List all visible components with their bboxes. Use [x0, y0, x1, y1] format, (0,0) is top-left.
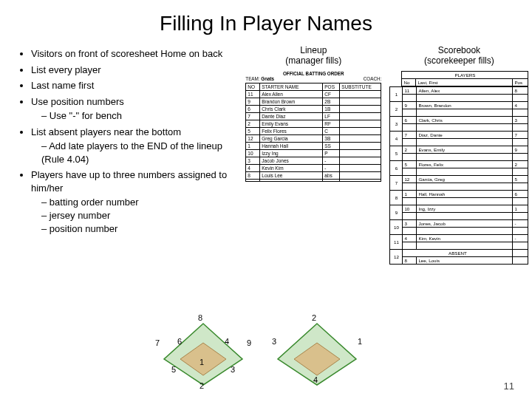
- pos-label: 4: [225, 337, 229, 346]
- table-row: 52Evans, Emily9: [390, 146, 528, 153]
- table-row: [390, 183, 528, 190]
- table-row: 10Izzy IngP: [246, 149, 381, 157]
- lineup-heading: Lineup: [300, 45, 327, 55]
- diamond-bases: 2 1 3 4: [269, 315, 365, 389]
- pos-label: 8: [198, 313, 202, 322]
- pos-label: 2: [200, 381, 204, 390]
- bullet: Players have up to three numbers assigne…: [31, 168, 236, 235]
- col-sub: SUBSTITUTE: [340, 83, 381, 90]
- table-row: 8Lee, Louis: [390, 256, 528, 264]
- scorebook-header: PLAYERS No Last, First Pos: [389, 71, 528, 86]
- lineup-subheading: (manager fills): [285, 55, 341, 66]
- bullet: Visitors on front of scoresheet Home on …: [31, 47, 236, 61]
- table-row: [390, 227, 528, 234]
- pos-label: 5: [171, 365, 176, 374]
- table-row: [390, 197, 528, 205]
- pos-label: 6: [177, 337, 182, 346]
- slide-title: Filling In Player Names: [0, 0, 532, 41]
- lineup-table: NO STARTER NAME POS SUBSTITUTE 11Alex Al…: [245, 83, 381, 182]
- table-row: [390, 242, 528, 249]
- bullet: Use position numbers Use "-" for bench: [31, 95, 236, 123]
- pos-label: 9: [247, 338, 251, 347]
- pos-label: 3: [231, 365, 235, 374]
- table-row: 2Emily EvansRF: [246, 120, 381, 127]
- table-row: 114Kim, Kevin-: [390, 234, 528, 242]
- table-row: 1Hannah HallSS: [246, 142, 381, 149]
- table-row: [390, 94, 528, 101]
- col-no: No: [402, 78, 416, 86]
- table-row: [390, 138, 528, 146]
- base-label: 1: [358, 337, 362, 346]
- table-row: [390, 109, 528, 116]
- table-row: 12Greg Garcia3B: [246, 134, 381, 142]
- bullet: Last name first: [31, 79, 236, 92]
- col-no: NO: [246, 83, 260, 90]
- scorebook-subheading: (scorekeeper fills): [424, 55, 494, 66]
- table-row: 36Clark, Chris3: [390, 116, 528, 123]
- table-row: 111Allen, Alex8: [390, 86, 528, 94]
- table-row: [390, 123, 528, 131]
- table-row: 712Garcia, Greg5: [390, 175, 528, 183]
- team-label: TEAM:: [245, 76, 259, 81]
- table-row: 81Hall, Hannah6: [390, 190, 528, 197]
- bullet: List every player: [31, 64, 236, 77]
- lineup-column: Lineup (manager fills) OFFICIAL BATTING …: [241, 44, 386, 265]
- lineup-title: OFFICIAL BATTING ORDER: [245, 71, 381, 76]
- pos-label: 7: [155, 338, 160, 347]
- base-label: 3: [272, 337, 276, 346]
- players-header: PLAYERS: [402, 71, 528, 78]
- diamond-positions: 7 8 9 6 4 5 3 1 2: [155, 315, 251, 389]
- table-row: 910Ing, Izzy1: [390, 205, 528, 212]
- sub-bullet: position number: [41, 222, 236, 236]
- col-pos: Pos: [513, 78, 528, 86]
- col-pos: POS: [323, 83, 340, 90]
- col-name: Last, First: [416, 78, 513, 86]
- table-row: 3Jacob Jones-: [246, 157, 381, 164]
- table-row: [390, 168, 528, 175]
- table-row: [390, 153, 528, 160]
- table-row: 12ABSENT: [390, 249, 528, 256]
- table-row: 5Felix FloresC: [246, 127, 381, 134]
- table-row: [390, 212, 528, 219]
- bullet: List absent players near the bottom Add …: [31, 126, 236, 166]
- table-row: 47Diaz, Dante7: [390, 131, 528, 138]
- table-row: 11Alex AllenCF: [246, 90, 381, 98]
- bullet-column: Visitors on front of scoresheet Home on …: [0, 44, 241, 265]
- table-row: 65Flores, Felix2: [390, 160, 528, 168]
- sub-bullet: batting order number: [41, 196, 236, 209]
- sub-bullet: Add late players to the END of the lineu…: [41, 140, 236, 166]
- pos-label: 1: [200, 358, 204, 366]
- coach-label: COACH:: [364, 76, 382, 81]
- scorebook-heading: Scorebook: [438, 45, 480, 55]
- table-row: 103Jones, Jacob-: [390, 219, 528, 227]
- sub-bullet: Use "-" for bench: [41, 109, 236, 123]
- table-row: 8Louis Leeabs: [246, 171, 381, 179]
- table-row: 4Kevin Kim-: [246, 164, 381, 171]
- scorebook-table: 111Allen, Alex8 29Brown, Brandon4 36Clar…: [389, 86, 528, 265]
- sub-bullet: jersey number: [41, 209, 236, 222]
- col-name: STARTER NAME: [260, 83, 323, 90]
- table-row: 9Brandon Brown2B: [246, 98, 381, 105]
- scorebook-column: Scorebook (scorekeeper fills) PLAYERS No…: [386, 44, 532, 265]
- table-row: [246, 179, 381, 181]
- table-row: 7Dante DiazLF: [246, 112, 381, 120]
- base-label: 2: [312, 313, 316, 322]
- team-value: Gnats: [261, 76, 274, 81]
- base-label: 4: [313, 375, 318, 384]
- table-row: 29Brown, Brandon4: [390, 101, 528, 109]
- diamonds: 7 8 9 6 4 5 3 1 2 2 1 3 4: [155, 315, 365, 389]
- table-row: 6Chris Clark1B: [246, 105, 381, 112]
- page-number: 11: [504, 381, 514, 392]
